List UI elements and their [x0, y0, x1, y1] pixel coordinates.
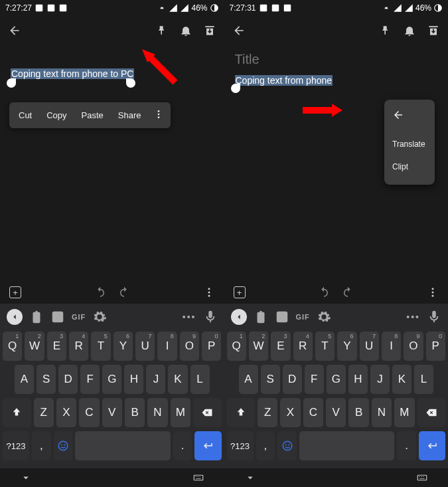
key-q[interactable]: Q1 — [227, 332, 246, 361]
key-h[interactable]: H — [124, 365, 143, 394]
keyboard-collapse-button[interactable] — [7, 309, 23, 325]
enter-key[interactable] — [419, 431, 445, 460]
overflow-icon[interactable] — [427, 286, 439, 298]
key-q[interactable]: Q1 — [3, 332, 22, 361]
symbols-key[interactable]: ?123 — [227, 431, 254, 460]
cut-button[interactable]: Cut — [12, 106, 38, 124]
key-b[interactable]: B — [125, 398, 145, 427]
key-m[interactable]: M — [394, 398, 414, 427]
selected-note-text[interactable]: Coping text from phone to PC — [11, 68, 134, 79]
space-key[interactable] — [299, 431, 394, 460]
selection-handle-start[interactable] — [231, 84, 240, 93]
selection-handle-end[interactable] — [126, 78, 135, 88]
translate-icon[interactable] — [275, 310, 289, 324]
pin-icon[interactable] — [379, 24, 392, 37]
copy-button[interactable]: Copy — [40, 106, 73, 124]
overflow-icon[interactable] — [203, 286, 215, 298]
key-r[interactable]: R4 — [293, 332, 313, 361]
add-button[interactable]: + — [234, 286, 246, 298]
selected-note-text[interactable]: Coping text from phone — [235, 75, 333, 86]
key-u[interactable]: U7 — [360, 332, 379, 361]
enter-key[interactable] — [194, 431, 221, 460]
menu-item-translate[interactable]: Translate — [384, 133, 435, 155]
key-p[interactable]: P0 — [202, 332, 221, 361]
clipboard-icon[interactable] — [29, 310, 44, 324]
key-i[interactable]: I8 — [382, 332, 401, 361]
key-v[interactable]: V — [102, 398, 122, 427]
key-f[interactable]: F — [305, 365, 324, 394]
key-h[interactable]: H — [348, 365, 368, 394]
gif-button[interactable]: GIF — [296, 313, 310, 321]
key-a[interactable]: A — [239, 365, 258, 394]
key-t[interactable]: T5 — [315, 332, 335, 361]
key-l[interactable]: L — [190, 365, 210, 394]
period-key[interactable]: . — [173, 431, 192, 460]
key-r[interactable]: R4 — [69, 332, 88, 361]
share-button[interactable]: Share — [112, 106, 148, 124]
key-y[interactable]: Y6 — [337, 332, 356, 361]
key-g[interactable]: G — [102, 365, 121, 394]
key-i[interactable]: I8 — [157, 332, 177, 361]
key-e[interactable]: E3 — [271, 332, 290, 361]
settings-icon[interactable] — [92, 310, 107, 324]
archive-icon[interactable] — [427, 24, 440, 37]
key-k[interactable]: K — [392, 365, 411, 394]
backspace-key[interactable] — [417, 398, 446, 427]
key-w[interactable]: W2 — [249, 332, 268, 361]
key-y[interactable]: Y6 — [113, 332, 133, 361]
key-b[interactable]: B — [348, 398, 368, 427]
key-l[interactable]: L — [414, 365, 433, 394]
key-c[interactable]: C — [79, 398, 99, 427]
key-z[interactable]: Z — [258, 398, 277, 427]
reminder-icon[interactable] — [179, 24, 192, 37]
mic-icon[interactable] — [203, 310, 218, 324]
title-placeholder[interactable]: Title — [235, 52, 438, 68]
key-k[interactable]: K — [168, 365, 187, 394]
keyboard-collapse-button[interactable] — [231, 309, 247, 325]
backspace-key[interactable] — [193, 398, 222, 427]
nav-keyboard-icon[interactable] — [192, 472, 204, 484]
more-options-button[interactable] — [149, 109, 168, 122]
selection-handle-start[interactable] — [7, 78, 16, 88]
pin-icon[interactable] — [155, 24, 169, 37]
key-z[interactable]: Z — [34, 398, 54, 427]
key-u[interactable]: U7 — [135, 332, 155, 361]
redo-icon[interactable] — [342, 286, 354, 298]
key-f[interactable]: F — [80, 365, 100, 394]
key-a[interactable]: A — [15, 365, 34, 394]
note-editor[interactable]: Title Coping text from phone Translate C… — [224, 45, 449, 282]
paste-button[interactable]: Paste — [75, 106, 110, 124]
key-n[interactable]: N — [372, 398, 392, 427]
back-icon[interactable] — [232, 24, 246, 37]
nav-down-icon[interactable] — [20, 472, 32, 484]
key-j[interactable]: J — [146, 365, 165, 394]
nav-keyboard-icon[interactable] — [416, 472, 428, 484]
emoji-key[interactable] — [277, 431, 297, 460]
reminder-icon[interactable] — [403, 24, 416, 37]
key-g[interactable]: G — [327, 365, 346, 394]
key-d[interactable]: D — [283, 365, 302, 394]
key-c[interactable]: C — [303, 398, 323, 427]
key-d[interactable]: D — [58, 365, 78, 394]
menu-back-button[interactable] — [384, 106, 435, 133]
shift-key[interactable] — [3, 398, 31, 427]
clipboard-icon[interactable] — [254, 310, 268, 324]
translate-icon[interactable] — [50, 310, 65, 324]
symbols-key[interactable]: ?123 — [3, 431, 29, 460]
key-e[interactable]: E3 — [47, 332, 66, 361]
key-x[interactable]: X — [280, 398, 300, 427]
comma-key[interactable]: , — [256, 431, 275, 460]
key-p[interactable]: P0 — [426, 332, 445, 361]
keyboard-more-icon[interactable]: ••• — [406, 312, 420, 322]
add-button[interactable]: + — [9, 286, 21, 298]
key-m[interactable]: M — [171, 398, 190, 427]
nav-down-icon[interactable] — [244, 472, 256, 484]
undo-icon[interactable] — [94, 286, 106, 298]
emoji-key[interactable] — [54, 431, 73, 460]
period-key[interactable]: . — [397, 431, 416, 460]
settings-icon[interactable] — [317, 310, 331, 324]
key-s[interactable]: S — [37, 365, 56, 394]
redo-icon[interactable] — [118, 286, 130, 298]
key-s[interactable]: S — [261, 365, 280, 394]
key-w[interactable]: W2 — [25, 332, 44, 361]
